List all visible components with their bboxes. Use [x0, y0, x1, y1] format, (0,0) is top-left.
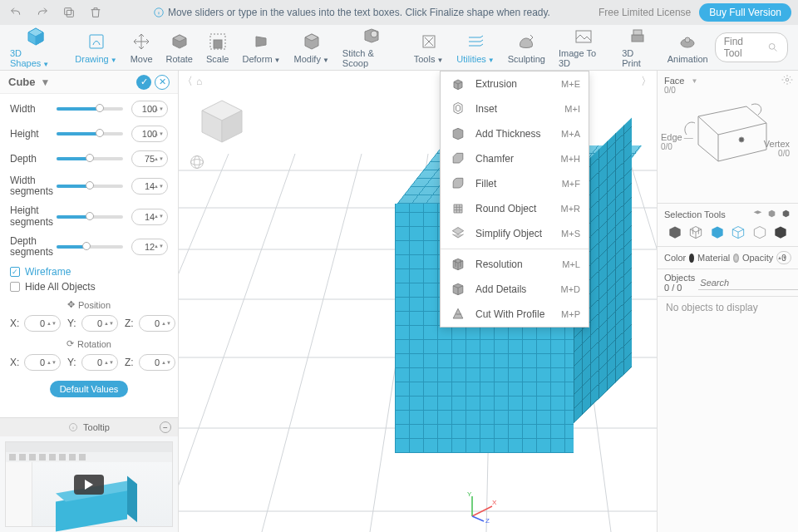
objects-search-input[interactable] [698, 276, 798, 290]
tool-animation[interactable]: Animation [661, 25, 715, 71]
cube-small-icon[interactable] [766, 209, 777, 219]
hint-text: Move sliders or type in the values into … [113, 7, 590, 18]
svg-text:Z: Z [485, 517, 490, 523]
rot-z-input[interactable]: 0▲▼ [139, 354, 175, 371]
width-input[interactable]: 100▲▼ [131, 101, 168, 117]
tools-icon [418, 31, 440, 52]
vertex-label: Vertex [764, 139, 790, 149]
height-input[interactable]: 100▲▼ [131, 126, 168, 142]
tool-drawing[interactable]: Drawing▼ [68, 25, 123, 71]
dseg-input[interactable]: 12▲▼ [131, 239, 168, 255]
color-swatch[interactable] [689, 254, 694, 263]
sel-blue-icon[interactable] [709, 224, 726, 241]
tool-3d-print[interactable]: 3D Print [615, 25, 661, 71]
dseg-slider[interactable] [57, 245, 123, 249]
tool-rotate[interactable]: Rotate [160, 25, 200, 71]
shape-dropdown-icon[interactable]: ▼ [41, 76, 51, 88]
width-slider[interactable] [57, 107, 123, 111]
tool-deform[interactable]: Deform▼ [236, 25, 288, 71]
svg-point-42 [739, 137, 744, 142]
orientation-cube[interactable] [195, 96, 249, 149]
menu-round-object[interactable]: Round ObjectM+R [441, 196, 589, 221]
menu-add-thickness[interactable]: Add ThicknessM+A [441, 121, 589, 146]
menu-inset[interactable]: InsetM+I [441, 96, 589, 121]
pos-y-input[interactable]: 0▲▼ [81, 315, 118, 332]
menu-extrusion[interactable]: ExtrusionM+E [441, 71, 589, 96]
tool-modify[interactable]: Modify▼ [287, 25, 335, 71]
sel-wire-icon[interactable] [687, 224, 704, 241]
redo-icon[interactable] [33, 3, 52, 22]
pos-z-input[interactable]: 0▲▼ [139, 315, 175, 332]
shape-name[interactable]: Cube [8, 76, 36, 88]
sel-outline-icon[interactable] [751, 224, 768, 241]
material-swatch[interactable] [733, 254, 739, 263]
tool-3d-shapes[interactable]: 3D Shapes▼ [3, 25, 68, 71]
menu-cut-profile[interactable]: Cut With ProfileM+P [441, 302, 589, 327]
cube-small2-icon[interactable] [781, 209, 791, 219]
sel-bluewire-icon[interactable] [730, 224, 746, 241]
menu-chamfer[interactable]: ChamferM+H [441, 146, 589, 171]
find-tool-input[interactable]: Find Tool [715, 32, 788, 62]
play-icon[interactable] [74, 475, 104, 495]
tool-image-to-3d[interactable]: Image To 3D [552, 25, 615, 71]
svg-rect-5 [214, 40, 222, 48]
hide-all-checkbox[interactable]: Hide All Objects [10, 281, 168, 293]
layer-icon[interactable] [752, 209, 763, 219]
cube-icon [25, 27, 47, 47]
modify-icon [301, 31, 323, 52]
menu-fillet[interactable]: FilletM+F [441, 171, 589, 196]
opacity-input[interactable]: 0▲▼ [776, 251, 791, 264]
opacity-label: Opacity [742, 253, 773, 263]
menu-simplify[interactable]: Simplify ObjectM+S [441, 221, 589, 246]
cancel-shape-button[interactable]: ✕ [155, 75, 170, 90]
hseg-slider[interactable] [57, 215, 123, 219]
hseg-input[interactable]: 14▲▼ [131, 209, 168, 225]
sel-solid-icon[interactable] [667, 224, 683, 241]
delete-icon[interactable] [86, 3, 105, 22]
cut-icon [449, 305, 467, 323]
rot-y-input[interactable]: 0▲▼ [81, 354, 118, 371]
wireframe-checkbox[interactable]: ✓Wireframe [10, 266, 168, 278]
pos-x-input[interactable]: 0▲▼ [24, 315, 61, 332]
depth-input[interactable]: 75▲▼ [131, 150, 168, 167]
move-icon [131, 31, 152, 52]
menu-add-details[interactable]: Add DetailsM+D [441, 277, 589, 302]
minimize-icon[interactable]: − [160, 421, 171, 433]
details-icon [449, 280, 467, 298]
default-values-button[interactable]: Default Values [50, 381, 129, 397]
tool-sculpting[interactable]: Sculpting [501, 25, 552, 71]
globe-icon[interactable] [189, 154, 205, 173]
edge-label: Edge [661, 132, 682, 142]
undo-icon[interactable] [7, 3, 25, 22]
menu-resolution[interactable]: ResolutionM+L [441, 252, 589, 277]
rot-x-input[interactable]: 0▲▼ [24, 354, 61, 371]
tooltip-video[interactable] [0, 436, 178, 532]
stitch-icon [361, 27, 382, 47]
wseg-slider[interactable] [57, 185, 123, 188]
tool-stitch-scoop[interactable]: Stitch & Scoop [336, 25, 407, 71]
selection-tools-label: Selection Tools [664, 209, 726, 219]
viewport-back-button[interactable]: 〈 [182, 74, 193, 89]
height-slider[interactable] [57, 132, 123, 135]
tool-tools[interactable]: Tools▼ [407, 25, 451, 71]
inset-icon [449, 100, 467, 118]
depth-slider[interactable] [57, 157, 123, 160]
position-label: ✥ Position [10, 299, 168, 310]
sculpting-icon [515, 31, 537, 52]
face-count: 0/0 [664, 86, 791, 95]
viewport-forward-button[interactable]: 〉 [641, 74, 652, 89]
confirm-shape-button[interactable]: ✓ [136, 75, 151, 90]
settings-icon[interactable] [781, 74, 793, 87]
tool-scale[interactable]: Scale [200, 25, 236, 71]
svg-point-19 [191, 160, 204, 165]
tooltip-header[interactable]: Tooltip− [0, 418, 178, 436]
tool-utilities[interactable]: Utilities▼ [450, 25, 500, 71]
svg-point-12 [685, 37, 690, 42]
sel-dark-icon[interactable] [772, 224, 789, 241]
material-label: Material [697, 253, 730, 263]
buy-full-button[interactable]: Buy Full Version [699, 3, 791, 22]
tool-move[interactable]: Move [124, 25, 160, 71]
home-icon[interactable]: ⌂ [196, 76, 202, 87]
wseg-input[interactable]: 14▲▼ [131, 178, 168, 195]
copy-icon[interactable] [60, 3, 78, 22]
